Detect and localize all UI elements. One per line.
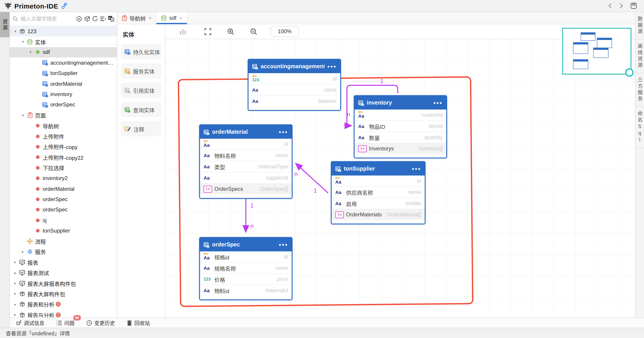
right-panel-tab-命名Sql[interactable]: 命名Sql <box>636 107 644 148</box>
tree-item[interactable]: orderSpec <box>10 194 117 205</box>
tree-item[interactable]: tonSupplier <box>10 226 117 236</box>
tree-item[interactable]: inventory <box>10 89 117 100</box>
add-package-icon[interactable] <box>84 15 90 22</box>
collapse-list-icon[interactable] <box>100 16 106 21</box>
entity-field[interactable]: Aa物料idmaterialId <box>200 285 292 296</box>
right-panel-tab-三方服务[interactable]: 三方服务 <box>636 73 644 107</box>
entity-field[interactable]: AacustomId <box>354 110 446 120</box>
tree-item[interactable]: ▸报告与分析! <box>10 310 117 317</box>
caret-down-icon[interactable]: ▾ <box>20 39 26 44</box>
caret-down-icon[interactable]: ▾ <box>20 113 26 118</box>
tree-item[interactable]: inventory2 <box>10 173 117 183</box>
tree-item[interactable]: ▾实体 <box>10 37 117 47</box>
zoom-out-icon[interactable] <box>250 28 257 35</box>
tab-close-icon[interactable]: × <box>149 15 152 21</box>
minimap-resize-handle[interactable] <box>625 68 634 77</box>
bottom-tool-变更历史[interactable]: 变更历史 <box>86 319 115 326</box>
tree-item[interactable]: ▸报表和分析! <box>10 299 117 310</box>
save-icon[interactable] <box>630 3 637 9</box>
caret-down-icon[interactable]: ▾ <box>28 50 34 54</box>
entity-inventory[interactable]: inventory●●●AacustomIdAa物品IDitemIdAa数量qu… <box>354 95 447 159</box>
entity-menu-button[interactable]: ●●● <box>433 101 443 105</box>
entity-field[interactable]: 123价格price <box>200 273 292 285</box>
tree-item[interactable]: orderMaterial <box>10 79 117 89</box>
entity-header[interactable]: orderSpec●●● <box>200 238 292 251</box>
entity-header[interactable]: inventory●●● <box>354 96 446 110</box>
bottom-tool-回收站[interactable]: 回收站 <box>127 319 150 326</box>
tree-item[interactable]: 流程 <box>10 236 117 247</box>
entity-header[interactable]: tonSupplier●●● <box>332 162 425 175</box>
entity-field[interactable]: 1:nOrderMaterialsOrderMaterial[] <box>332 209 425 220</box>
entity-field[interactable]: Aaname <box>248 84 340 95</box>
caret-right-icon[interactable]: ▸ <box>12 260 18 265</box>
entity-field[interactable]: Aa物料名称name <box>200 150 292 161</box>
entity-field[interactable]: Aa规格名称name <box>200 262 292 273</box>
fit-screen-icon[interactable] <box>204 28 211 35</box>
entity-field[interactable]: Aa启用enable <box>332 197 425 209</box>
bottom-tool-调试信息[interactable]: 调试信息 <box>16 319 44 326</box>
entity-accountingmanagementAccount[interactable]: accountingmanagementAccount●●●123idAanam… <box>248 59 341 111</box>
refresh-icon[interactable] <box>92 16 98 21</box>
activity-tab-resources[interactable]: 资源 <box>0 12 10 37</box>
entity-field[interactable]: Aa数量quantity <box>354 132 446 143</box>
entity-field[interactable]: Aaid <box>200 139 292 150</box>
entity-menu-button[interactable]: ●●● <box>279 242 288 247</box>
tree-item[interactable]: 上传附件 <box>10 131 117 142</box>
caret-right-icon[interactable]: ▸ <box>12 292 18 296</box>
nav-back-button[interactable] <box>608 3 612 8</box>
link-icon[interactable] <box>61 3 68 9</box>
palette-item-查询实体[interactable]: 查询实体 <box>121 102 161 117</box>
tab-close-icon[interactable]: × <box>180 15 182 21</box>
tree-item[interactable]: ▸报表 <box>10 257 117 268</box>
caret-down-icon[interactable]: ▾ <box>12 29 18 33</box>
editor-tab-sdf[interactable]: sdf× <box>156 12 188 24</box>
palette-item-服务实体[interactable]: 服务实体 <box>121 63 161 79</box>
tree-item[interactable]: ▸报表大屏构件包 <box>10 289 117 299</box>
entity-field[interactable]: 1:nInventorysInventory[] <box>354 143 446 154</box>
palette-item-持久化实体[interactable]: 持久化实体 <box>121 44 161 59</box>
chart-bars-icon[interactable] <box>180 28 186 34</box>
entity-menu-button[interactable]: ●●● <box>327 64 336 69</box>
entity-field[interactable]: Aa规格idid <box>200 251 292 262</box>
minimap[interactable] <box>562 28 632 74</box>
tree-item[interactable]: accountingmanagementAccount <box>10 57 117 68</box>
tree-item[interactable]: tonSupplier <box>10 68 117 79</box>
caret-right-icon[interactable]: ▸ <box>20 250 26 254</box>
tree-item[interactable]: orderSpec <box>10 99 117 110</box>
tree-item[interactable]: 下拉选择 <box>10 163 117 173</box>
translate-icon[interactable]: En文 <box>108 16 114 21</box>
right-panel-tab-数据源[interactable]: 数据源 <box>636 12 644 39</box>
ai-icon[interactable]: AI <box>76 15 82 22</box>
search-input[interactable] <box>20 15 74 22</box>
entity-orderSpec[interactable]: orderSpec●●●Aa规格ididAa规格名称name123价格price… <box>199 237 292 300</box>
tree-item[interactable]: ▾页面 <box>10 110 117 121</box>
tree-item[interactable]: ▸报表大屏报表构件包 <box>10 278 117 289</box>
editor-tab-导航树[interactable]: 导航树× <box>117 12 156 24</box>
entity-menu-button[interactable]: ●●● <box>279 130 288 134</box>
entity-field[interactable]: Aa供应商名称name <box>332 186 425 197</box>
caret-right-icon[interactable]: ▸ <box>12 270 18 275</box>
tree-item[interactable]: ▾123 <box>10 26 117 37</box>
entity-field[interactable]: 123id <box>248 73 340 84</box>
tree-item[interactable]: ▸服务 <box>10 246 117 257</box>
entity-field[interactable]: AasupplierId <box>200 172 292 183</box>
entity-menu-button[interactable]: ●●● <box>412 167 421 171</box>
tree-item[interactable]: sj <box>10 215 117 226</box>
entity-field[interactable]: Aaid <box>332 175 425 186</box>
tree-item[interactable]: ▸报表测试 <box>10 268 117 278</box>
entity-field[interactable]: Aa物品IDitemId <box>354 120 446 132</box>
tree-item[interactable]: 上传附件-copy22 <box>10 152 117 163</box>
nav-forward-button[interactable] <box>619 3 623 8</box>
caret-right-icon[interactable]: ▸ <box>12 313 18 317</box>
caret-right-icon[interactable]: ▸ <box>12 302 18 307</box>
zoom-in-icon[interactable] <box>228 28 234 35</box>
tree-item[interactable]: 导航树 <box>10 121 117 131</box>
entity-header[interactable]: orderMaterial●●● <box>200 125 292 139</box>
entity-field[interactable]: Aa类型materialType <box>200 161 292 172</box>
tree-item[interactable]: orderSpec <box>10 204 117 215</box>
palette-item-注释[interactable]: 注释 <box>121 121 161 137</box>
entity-field[interactable]: Aabalance <box>248 95 340 106</box>
entity-header[interactable]: accountingmanagementAccount●●● <box>248 60 340 73</box>
tree-item[interactable]: ▾sdf <box>10 47 117 58</box>
right-panel-tab-离线资源[interactable]: 离线资源 <box>636 39 644 73</box>
